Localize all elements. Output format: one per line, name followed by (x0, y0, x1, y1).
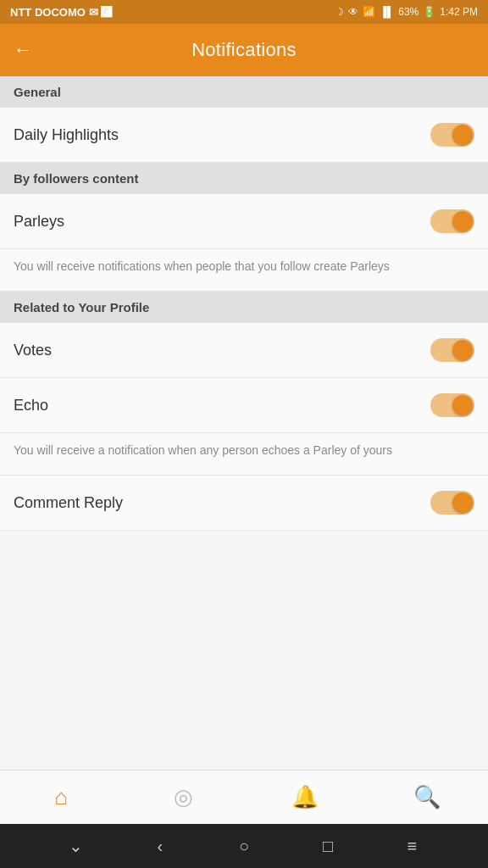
setting-echo: Echo (0, 378, 488, 433)
signal-icon: ▐▌ (380, 6, 394, 18)
header: ← Notifications (0, 24, 488, 76)
echo-toggle[interactable] (430, 393, 474, 417)
android-recents-button[interactable]: □ (311, 829, 345, 863)
android-down-button[interactable]: ⌄ (59, 829, 93, 863)
daily-highlights-toggle[interactable] (430, 123, 474, 147)
setting-parleys: Parleys (0, 194, 488, 249)
page-title: Notifications (191, 39, 297, 61)
wifi-icon: 📶 (363, 6, 375, 18)
search-icon: 🔍 (413, 784, 441, 810)
votes-toggle[interactable] (430, 338, 474, 362)
bottom-nav: ⌂ ◎ 🔔 🔍 (0, 770, 488, 824)
setting-daily-highlights: Daily Highlights (0, 108, 488, 163)
section-general: General (0, 76, 488, 108)
time-text: 1:42 PM (440, 6, 478, 18)
nav-home[interactable]: ⌂ (36, 779, 86, 816)
setting-comment-reply: Comment Reply (0, 476, 488, 531)
daily-highlights-label: Daily Highlights (14, 126, 119, 144)
eye-icon: 👁 (348, 6, 358, 18)
section-followers: By followers content (0, 163, 488, 194)
votes-label: Votes (14, 342, 52, 359)
android-back-button[interactable]: ‹ (143, 829, 177, 863)
android-nav-bar: ⌄ ‹ ○ □ ≡ (0, 824, 488, 868)
setting-votes: Votes (0, 323, 488, 378)
carrier-icons: ✉ 🅿 (89, 6, 113, 19)
status-bar: NTT DOCOMO ✉ 🅿 ☽ 👁 📶 ▐▌ 63% 🔋 1:42 PM (0, 0, 488, 24)
moon-icon: ☽ (335, 6, 344, 18)
explore-icon: ◎ (174, 784, 193, 810)
carrier-text: NTT DOCOMO (10, 6, 86, 19)
section-profile: Related to Your Profile (0, 292, 488, 323)
battery-text: 63% (398, 6, 419, 18)
back-button[interactable]: ← (14, 39, 32, 61)
parleys-description: You will receive notifications when peop… (0, 249, 488, 292)
battery-icon: 🔋 (423, 6, 435, 18)
home-icon: ⌂ (54, 784, 68, 810)
android-menu-button[interactable]: ≡ (395, 829, 429, 863)
parleys-label: Parleys (14, 213, 64, 231)
parleys-toggle[interactable] (430, 209, 474, 233)
echo-description: You will receive a notification when any… (0, 433, 488, 476)
nav-search[interactable]: 🔍 (402, 779, 452, 816)
bell-icon: 🔔 (291, 784, 319, 810)
echo-label: Echo (14, 397, 48, 415)
comment-reply-label: Comment Reply (14, 494, 123, 512)
carrier-info: NTT DOCOMO ✉ 🅿 (10, 6, 112, 19)
comment-reply-toggle[interactable] (430, 491, 474, 515)
nav-notifications[interactable]: 🔔 (280, 779, 330, 816)
status-right: ☽ 👁 📶 ▐▌ 63% 🔋 1:42 PM (335, 6, 478, 18)
content-area: General Daily Highlights By followers co… (0, 76, 488, 770)
nav-explore[interactable]: ◎ (158, 779, 208, 816)
android-home-button[interactable]: ○ (227, 829, 261, 863)
